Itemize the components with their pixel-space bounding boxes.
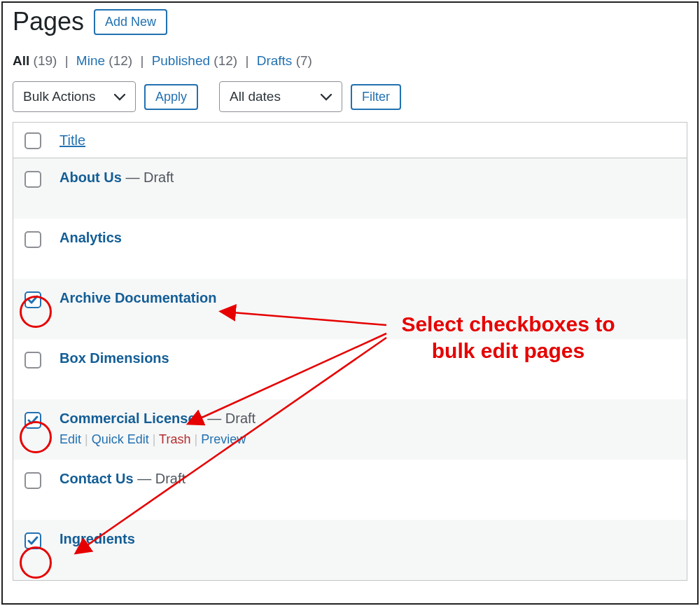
filter-published[interactable]: Published xyxy=(152,53,210,68)
row-actions: Edit | Quick Edit | Trash | Preview xyxy=(59,432,676,447)
edit-link[interactable]: Edit xyxy=(59,432,81,446)
trash-link[interactable]: Trash xyxy=(159,432,190,446)
filter-drafts[interactable]: Drafts xyxy=(257,53,293,68)
filter-sep: | xyxy=(136,53,148,68)
annotation-text: Select checkboxes to bulk edit pages xyxy=(389,311,627,364)
status-badge: Draft xyxy=(144,170,174,185)
preview-link[interactable]: Preview xyxy=(201,432,246,446)
filter-all-count: (19) xyxy=(34,53,57,68)
row-cell: Analytics xyxy=(59,230,676,246)
status-sep: — xyxy=(204,411,225,426)
row-checkbox[interactable] xyxy=(24,412,41,429)
filter-published-count: (12) xyxy=(214,53,237,68)
page-title-link[interactable]: Analytics xyxy=(59,230,122,245)
action-sep: | xyxy=(149,432,159,446)
select-all-checkbox[interactable] xyxy=(24,132,41,149)
status-sep: — xyxy=(122,170,144,185)
filter-drafts-count: (7) xyxy=(296,53,312,68)
row-checkbox[interactable] xyxy=(24,352,41,369)
table-row: Contact Us — Draft xyxy=(13,460,687,520)
table-row: Analytics xyxy=(13,219,687,279)
row-checkbox[interactable] xyxy=(24,472,41,489)
status-badge: Draft xyxy=(155,471,186,486)
row-checkbox[interactable] xyxy=(24,291,41,308)
page-title-link[interactable]: Box Dimensions xyxy=(59,350,169,366)
chevron-down-icon xyxy=(114,89,125,104)
filter-mine[interactable]: Mine xyxy=(76,53,105,68)
header: Pages Add New xyxy=(13,3,687,36)
status-sep: — xyxy=(134,471,155,486)
filter-sep: | xyxy=(241,53,253,68)
table-row: About Us — Draft xyxy=(13,158,687,219)
bulk-actions-label: Bulk Actions xyxy=(23,89,96,104)
row-cell: Commercial Licenses — DraftEdit | Quick … xyxy=(59,411,676,447)
table-row: Ingredients xyxy=(13,520,687,580)
chevron-down-icon xyxy=(321,89,332,104)
table-row: Commercial Licenses — DraftEdit | Quick … xyxy=(13,399,687,460)
filter-all[interactable]: All xyxy=(13,53,29,68)
filter-button[interactable]: Filter xyxy=(351,84,401,110)
filter-links: All (19) | Mine (12) | Published (12) | … xyxy=(13,53,687,69)
row-cell: About Us — Draft xyxy=(59,170,676,186)
bulk-actions-select[interactable]: Bulk Actions xyxy=(13,81,136,112)
row-cell: Contact Us — Draft xyxy=(59,471,676,487)
row-cell: Ingredients xyxy=(59,531,676,547)
apply-button[interactable]: Apply xyxy=(144,84,198,110)
quick-edit-link[interactable]: Quick Edit xyxy=(92,432,149,446)
action-sep: | xyxy=(190,432,201,446)
row-checkbox[interactable] xyxy=(24,532,41,549)
add-new-button[interactable]: Add New xyxy=(94,9,167,35)
row-checkbox[interactable] xyxy=(24,231,41,248)
row-cell: Archive Documentation xyxy=(59,290,676,306)
page-title-link[interactable]: Contact Us xyxy=(59,471,134,486)
status-badge: Draft xyxy=(225,411,255,426)
page-title-link[interactable]: Ingredients xyxy=(59,531,135,546)
filter-sep: | xyxy=(61,53,73,68)
page-title: Pages xyxy=(13,7,84,36)
page-title-link[interactable]: Archive Documentation xyxy=(59,290,216,305)
toolbar: Bulk Actions Apply All dates Filter xyxy=(13,81,687,112)
filter-mine-count: (12) xyxy=(108,53,132,68)
all-dates-select[interactable]: All dates xyxy=(219,81,342,112)
page-title-link[interactable]: About Us xyxy=(59,170,122,185)
page-frame: Pages Add New All (19) | Mine (12) | Pub… xyxy=(1,1,699,605)
action-sep: | xyxy=(81,432,92,446)
page-title-link[interactable]: Commercial Licenses xyxy=(59,411,204,426)
table-header: Title xyxy=(13,123,687,158)
title-column-header[interactable]: Title xyxy=(59,132,85,149)
row-checkbox[interactable] xyxy=(24,171,41,188)
all-dates-label: All dates xyxy=(230,89,281,104)
